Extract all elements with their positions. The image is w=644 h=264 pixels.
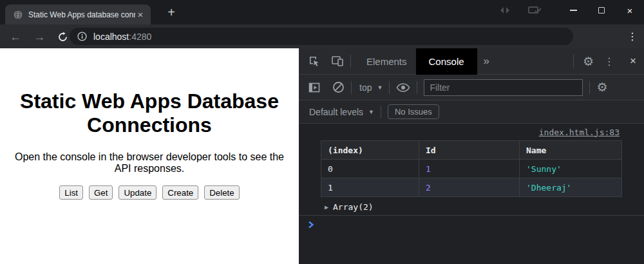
cell-index-1: 1 <box>321 178 419 197</box>
titlebar: Static Web Apps database conne × + × <box>0 0 644 24</box>
settings-gear-icon[interactable]: ⚙ <box>583 54 594 69</box>
table-header-row: (index) Id Name <box>321 141 622 160</box>
console-prompt[interactable] <box>299 216 644 234</box>
forward-icon[interactable]: → <box>31 28 48 45</box>
reload-icon[interactable] <box>54 28 71 45</box>
table-row[interactable]: 1 2 'Dheeraj' <box>321 178 622 197</box>
browser-menu-icon[interactable]: ⋮ <box>625 29 640 44</box>
device-toolbar-icon[interactable] <box>331 55 344 68</box>
url-port: :4280 <box>129 32 151 42</box>
context-selector[interactable]: top <box>359 82 372 93</box>
divider <box>417 81 417 94</box>
cell-id-1: 2 <box>419 178 520 197</box>
tab-close-icon[interactable]: × <box>135 10 146 19</box>
cell-index-0: 0 <box>321 160 419 178</box>
page-description: Open the console in the browser develope… <box>10 151 289 174</box>
divider <box>589 81 590 94</box>
more-tabs-icon[interactable]: » <box>477 55 496 68</box>
media-check-icon[interactable] <box>528 6 542 15</box>
update-button[interactable]: Update <box>118 185 156 200</box>
close-window-button[interactable]: × <box>616 0 644 21</box>
console-sidebar-icon[interactable] <box>308 81 321 94</box>
tab-console[interactable]: Console <box>416 48 477 75</box>
column-header-name[interactable]: Name <box>520 141 622 160</box>
chevron-down-icon: ▼ <box>377 84 383 91</box>
list-button[interactable]: List <box>59 185 83 200</box>
inspect-element-icon[interactable] <box>308 55 321 68</box>
console-message-source: index.html.js:83 <box>299 124 644 140</box>
devtools-panel: Elements Console » ⚙ ⋮ × top ▼ <box>299 48 644 264</box>
column-header-id[interactable]: Id <box>419 141 520 160</box>
column-header-index[interactable]: (index) <box>321 141 419 160</box>
divider <box>573 55 574 68</box>
address-bar[interactable]: localhost:4280 <box>70 28 573 45</box>
divider <box>381 106 381 118</box>
window-controls: × <box>498 0 644 21</box>
default-levels-dropdown[interactable]: Default levels <box>309 107 363 117</box>
prompt-chevron-icon <box>307 221 315 229</box>
table-row[interactable]: 0 1 'Sunny' <box>321 160 622 178</box>
cell-id-0: 1 <box>419 160 520 178</box>
new-tab-button[interactable]: + <box>162 5 180 23</box>
browser-window: Static Web Apps database conne × + × ← → <box>0 0 644 264</box>
expand-triangle-icon[interactable]: ▶ <box>325 203 328 211</box>
console-toolbar: top ▼ ⚙ <box>299 75 644 100</box>
console-table: (index) Id Name 0 1 'Sunny' 1 2 'Dheeraj… <box>321 140 622 197</box>
minimize-button[interactable] <box>559 0 587 21</box>
create-button[interactable]: Create <box>162 185 198 200</box>
maximize-button[interactable] <box>587 0 616 21</box>
side-panels-icon[interactable] <box>498 6 511 15</box>
back-icon[interactable]: ← <box>7 28 24 45</box>
live-expression-eye-icon[interactable] <box>396 82 410 93</box>
console-levels-bar: Default levels ▼ No Issues <box>299 100 644 124</box>
cell-name-0: 'Sunny' <box>520 160 622 178</box>
address-toolbar: ← → localhost:4280 ⋮ <box>0 24 644 48</box>
devtools-tabbar: Elements Console » ⚙ ⋮ × <box>299 48 644 75</box>
console-output: index.html.js:83 (index) Id Name 0 1 'Su… <box>299 124 644 234</box>
clear-console-icon[interactable] <box>332 81 345 93</box>
cell-name-1: 'Dheeraj' <box>520 178 622 197</box>
filter-input[interactable] <box>424 79 583 96</box>
console-settings-gear-icon[interactable]: ⚙ <box>596 80 607 95</box>
tab-title: Static Web Apps database conne <box>28 10 135 19</box>
browser-tab[interactable]: Static Web Apps database conne × <box>5 5 151 24</box>
source-link[interactable]: index.html.js:83 <box>539 127 620 137</box>
web-page: Static Web Apps Database Connections Ope… <box>0 48 299 264</box>
url-host: localhost <box>93 32 129 42</box>
divider <box>351 81 352 94</box>
close-icon: × <box>627 5 633 16</box>
devtools-menu-icon[interactable]: ⋮ <box>596 55 622 68</box>
divider <box>350 55 351 68</box>
api-buttons: List Get Update Create Delete <box>0 185 299 200</box>
chevron-down-icon: ▼ <box>368 109 374 115</box>
array-preview-row[interactable]: ▶ Array(2) <box>299 198 644 216</box>
array-preview-label: Array(2) <box>333 202 374 212</box>
page-title: Static Web Apps Database Connections <box>0 90 299 137</box>
get-button[interactable]: Get <box>89 185 113 200</box>
divider <box>389 81 390 94</box>
content-area: Static Web Apps Database Connections Ope… <box>0 48 644 264</box>
tab-elements[interactable]: Elements <box>357 48 416 75</box>
no-issues-badge[interactable]: No Issues <box>388 104 439 119</box>
favicon-globe-icon <box>13 10 23 20</box>
delete-button[interactable]: Delete <box>204 185 239 200</box>
site-info-icon[interactable] <box>77 32 87 41</box>
close-devtools-icon[interactable]: × <box>622 55 644 68</box>
